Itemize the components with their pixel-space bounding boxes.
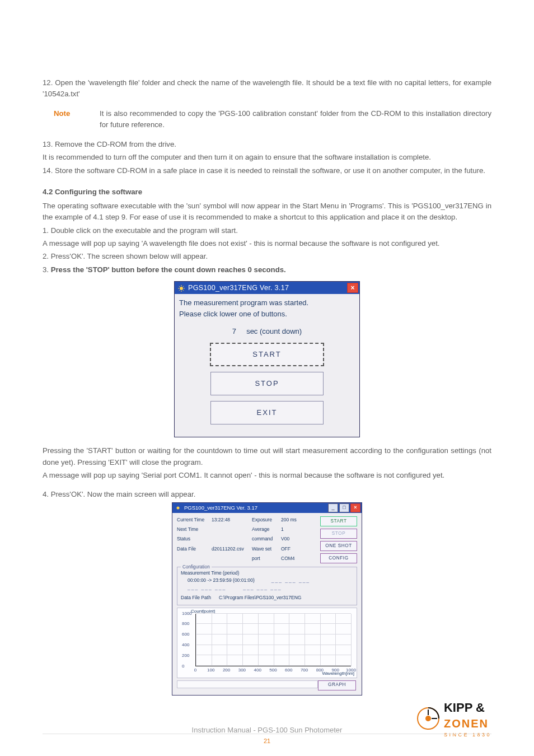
current-time-label: Current Time xyxy=(177,516,209,525)
dashes-2: ___ ___ ___ xyxy=(181,584,226,591)
status-label: Status xyxy=(177,535,209,544)
countdown-number: 7 xyxy=(232,327,236,335)
step-4-2-4: 4. Press'OK'. Now the main screen will a… xyxy=(43,489,491,500)
step-4-2-3-prefix: 3. xyxy=(43,265,51,274)
svg-line-7 xyxy=(179,290,180,291)
sun-icon xyxy=(175,505,181,511)
chart-x-tick: 0 xyxy=(194,667,196,674)
step-14: 14. Store the software CD-ROM in a safe … xyxy=(43,165,491,176)
main-stop-button[interactable]: STOP xyxy=(320,529,357,539)
chart-x-tick: 1000 xyxy=(346,667,356,674)
startup-dialog-screenshot: PGS100_ver317ENG Ver. 3.17 × The measure… xyxy=(174,281,360,437)
chart-y-tick: 200 xyxy=(182,652,189,659)
chart-y-tick: 0 xyxy=(182,662,184,669)
start-button[interactable]: START xyxy=(210,343,324,366)
data-file-path-label: Data File Path xyxy=(181,595,211,600)
current-time-value: 13:22:48 xyxy=(212,516,250,525)
startup-titlebar: PGS100_ver317ENG Ver. 3.17 × xyxy=(175,282,359,294)
chart-x-tick: 300 xyxy=(238,667,246,674)
chart-x-tick: 200 xyxy=(223,667,230,674)
step-4-2-3-bold: Press the 'STOP' button before the count… xyxy=(51,265,286,274)
sun-icon xyxy=(178,284,185,291)
chart-y-tick: 1000 xyxy=(182,610,192,617)
exposure-label: Exposure xyxy=(252,516,279,525)
chart-x-tick: 100 xyxy=(207,667,214,674)
main-screen-screenshot: PGS100_ver317ENG Ver. 3.17 _ □ × Current… xyxy=(172,502,362,696)
brand-line-1: KIPP & xyxy=(444,698,491,717)
waveset-value: OFF xyxy=(281,545,301,554)
configuration-box: Configuration Measurement Time (period) … xyxy=(177,567,357,605)
data-file-value: d20111202.csv xyxy=(212,545,250,554)
status-grid: Current Time 13:22:48 Exposure 200 ms Ne… xyxy=(177,516,301,563)
countdown-line: 7 sec (count down) xyxy=(179,326,355,337)
svg-point-0 xyxy=(180,287,183,290)
chart-x-tick: 500 xyxy=(269,667,277,674)
chart-plot-area xyxy=(195,614,351,666)
chart-x-tick: 600 xyxy=(285,667,292,674)
average-label: Average xyxy=(252,526,279,534)
configuration-legend: Configuration xyxy=(181,564,212,571)
minimize-button[interactable]: _ xyxy=(328,503,338,512)
note-text: It is also recommended to copy the 'PGS-… xyxy=(100,108,491,131)
startup-msg-2: Please click lower one of buttons. xyxy=(179,309,355,320)
brand-line-2: ZONEN xyxy=(444,715,491,732)
kipp-zonen-mark-icon xyxy=(417,707,439,730)
svg-point-11 xyxy=(425,716,431,721)
svg-line-5 xyxy=(179,286,180,287)
step-4-2-1: 1. Double click on the executable and th… xyxy=(43,225,491,236)
close-button[interactable]: × xyxy=(347,283,358,293)
config-button[interactable]: CONFIG xyxy=(320,553,357,563)
status-value xyxy=(212,535,250,544)
page-number: 21 xyxy=(43,734,491,746)
command-value: V00 xyxy=(281,535,301,544)
meas-time-value: 00:00:00 -> 23:59:59 (00:01:00) xyxy=(181,577,255,584)
main-start-button[interactable]: START xyxy=(320,516,357,526)
startup-title: PGS100_ver317ENG Ver. 3.17 xyxy=(188,283,347,293)
main-title: PGS100_ver317ENG Ver. 3.17 xyxy=(184,504,328,512)
section-4-2-intro: The operating software executable with t… xyxy=(43,200,491,223)
chart-panel: Count[point] Wavelength[nm] 010020030040… xyxy=(177,608,357,678)
section-4-2-heading: 4.2 Configuring the software xyxy=(43,186,491,198)
data-file-path-value: C:\Program Files\PGS100_ver317ENG xyxy=(219,595,301,600)
step-13-followup: It is recommended to turn off the comput… xyxy=(43,152,491,163)
after-shot1-a: Pressing the 'START' button or waiting f… xyxy=(43,445,491,468)
dashes-3: ___ ___ ___ xyxy=(243,584,282,591)
one-shot-button[interactable]: ONE SHOT xyxy=(320,541,357,551)
next-time-value xyxy=(212,526,250,534)
countdown-suffix: sec (count down) xyxy=(246,327,302,335)
svg-line-6 xyxy=(183,290,184,291)
data-file-label: Data File xyxy=(177,545,209,554)
waveset-label: Wave set xyxy=(252,545,279,554)
average-value: 1 xyxy=(281,526,301,534)
port-value: COM4 xyxy=(281,555,301,563)
note-block: Note It is also recommended to copy the … xyxy=(43,108,491,131)
dashes-1: ___ ___ ___ xyxy=(271,577,310,584)
graph-button[interactable]: GRAPH xyxy=(318,680,356,690)
command-label: command xyxy=(252,535,279,544)
close-button[interactable]: × xyxy=(350,503,360,512)
chart-x-tick: 400 xyxy=(254,667,261,674)
next-time-label: Next Time xyxy=(177,526,209,534)
chart-y-tick: 800 xyxy=(182,620,189,627)
chart-y-tick: 400 xyxy=(182,642,189,648)
step-4-2-2: 2. Press'OK'. The screen shown below wil… xyxy=(43,251,491,262)
step-4-2-3: 3. Press the 'STOP' button before the co… xyxy=(43,264,491,276)
startup-msg-1: The measurement program was started. xyxy=(179,297,355,309)
maximize-button[interactable]: □ xyxy=(339,503,349,512)
after-shot1-b: A message will pop up saying 'Serial por… xyxy=(43,470,491,481)
step-13: 13. Remove the CD-ROM from the drive. xyxy=(43,139,491,150)
note-label: Note xyxy=(43,108,100,131)
chart-x-tick: 700 xyxy=(301,667,308,674)
svg-point-9 xyxy=(177,507,180,510)
main-titlebar: PGS100_ver317ENG Ver. 3.17 _ □ × xyxy=(172,503,362,513)
step-12: 12. Open the 'wavelength file' folder an… xyxy=(43,77,491,100)
stop-button[interactable]: STOP xyxy=(210,372,324,395)
step-4-2-1-msg: A message will pop up saying 'A waveleng… xyxy=(43,238,491,249)
exit-button[interactable]: EXIT xyxy=(210,401,324,424)
chart-x-tick: 800 xyxy=(316,667,324,674)
chart-x-tick: 900 xyxy=(332,667,339,674)
port-label: port xyxy=(252,555,279,563)
exposure-value: 200 ms xyxy=(281,516,301,525)
status-bar xyxy=(177,680,318,688)
chart-y-tick: 600 xyxy=(182,631,189,638)
